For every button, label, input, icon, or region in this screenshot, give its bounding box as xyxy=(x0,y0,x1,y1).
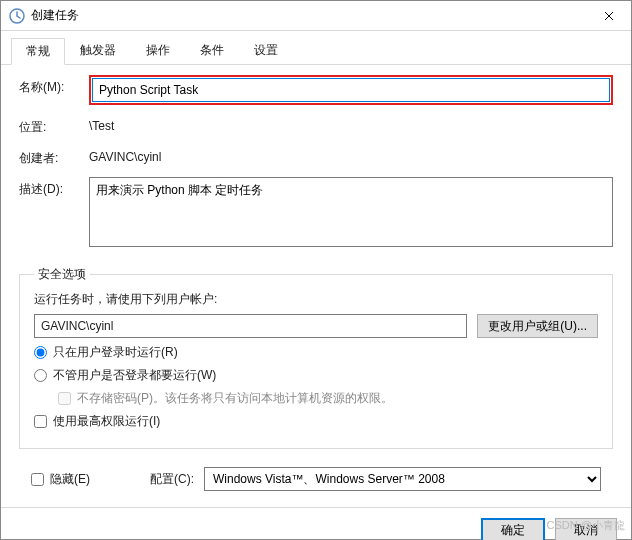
ok-button[interactable]: 确定 xyxy=(481,518,545,540)
config-label: 配置(C): xyxy=(150,471,194,488)
titlebar: 创建任务 xyxy=(1,1,631,31)
create-task-dialog: 创建任务 常规 触发器 操作 条件 设置 名称(M): 位置: \Test 创建… xyxy=(0,0,632,540)
change-user-button[interactable]: 更改用户或组(U)... xyxy=(477,314,598,338)
tab-actions[interactable]: 操作 xyxy=(131,37,185,64)
radio-logged-on-label: 只在用户登录时运行(R) xyxy=(53,344,178,361)
author-value: GAVINC\cyinl xyxy=(89,146,613,164)
author-label: 创建者: xyxy=(19,146,75,167)
radio-logged-on[interactable] xyxy=(34,346,47,359)
cancel-button[interactable]: 取消 xyxy=(555,518,617,540)
name-highlight xyxy=(89,75,613,105)
location-value: \Test xyxy=(89,115,613,133)
radio-any-row[interactable]: 不管用户是否登录都要运行(W) xyxy=(34,367,598,384)
dialog-footer: 确定 取消 xyxy=(1,508,631,540)
general-panel: 名称(M): 位置: \Test 创建者: GAVINC\cyinl 描述(D)… xyxy=(1,65,631,501)
highest-priv-row[interactable]: 使用最高权限运行(I) xyxy=(34,413,598,430)
account-value: GAVINC\cyinl xyxy=(41,319,113,333)
run-as-label: 运行任务时，请使用下列用户帐户: xyxy=(34,291,598,308)
hidden-checkbox[interactable] xyxy=(31,473,44,486)
tab-general[interactable]: 常规 xyxy=(11,38,65,65)
radio-any-label: 不管用户是否登录都要运行(W) xyxy=(53,367,216,384)
tab-conditions[interactable]: 条件 xyxy=(185,37,239,64)
radio-logged-on-row[interactable]: 只在用户登录时运行(R) xyxy=(34,344,598,361)
hidden-label: 隐藏(E) xyxy=(50,471,90,488)
description-label: 描述(D): xyxy=(19,177,75,198)
no-password-checkbox xyxy=(58,392,71,405)
name-input[interactable] xyxy=(92,78,610,102)
name-label: 名称(M): xyxy=(19,75,75,96)
security-legend: 安全选项 xyxy=(34,266,90,283)
task-scheduler-icon xyxy=(9,8,25,24)
security-options: 安全选项 运行任务时，请使用下列用户帐户: GAVINC\cyinl 更改用户或… xyxy=(19,266,613,449)
no-password-row: 不存储密码(P)。该任务将只有访问本地计算机资源的权限。 xyxy=(58,390,598,407)
window-title: 创建任务 xyxy=(31,7,586,24)
description-input[interactable]: 用来演示 Python 脚本 定时任务 xyxy=(89,177,613,247)
account-display: GAVINC\cyinl xyxy=(34,314,467,338)
no-password-label: 不存储密码(P)。该任务将只有访问本地计算机资源的权限。 xyxy=(77,390,393,407)
close-button[interactable] xyxy=(586,1,631,30)
tab-strip: 常规 触发器 操作 条件 设置 xyxy=(1,31,631,65)
highest-priv-checkbox[interactable] xyxy=(34,415,47,428)
hidden-row[interactable]: 隐藏(E) xyxy=(31,471,90,488)
config-select[interactable]: Windows Vista™、Windows Server™ 2008 xyxy=(204,467,601,491)
tab-triggers[interactable]: 触发器 xyxy=(65,37,131,64)
highest-priv-label: 使用最高权限运行(I) xyxy=(53,413,160,430)
radio-any[interactable] xyxy=(34,369,47,382)
tab-settings[interactable]: 设置 xyxy=(239,37,293,64)
location-label: 位置: xyxy=(19,115,75,136)
